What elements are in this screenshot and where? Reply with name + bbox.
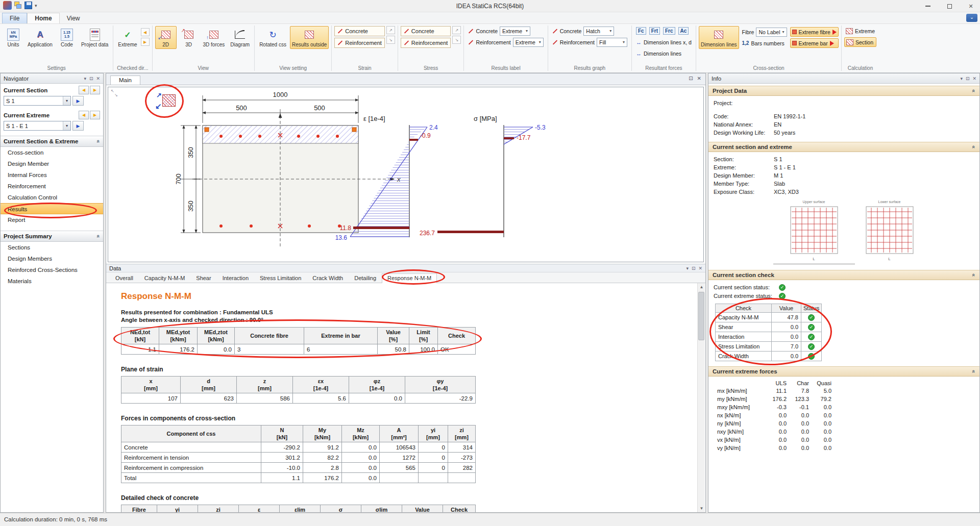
tab-capacity-nmm[interactable]: Capacity N-M-M <box>139 273 190 283</box>
extreme-combo-caret-icon[interactable]: ▾ <box>63 121 70 130</box>
view-3d-button[interactable]: ↗ 3D <box>178 26 200 49</box>
tab-stress-limitation[interactable]: Stress Limitation <box>254 273 307 283</box>
section-check-section-header[interactable]: Current section check « <box>708 270 979 280</box>
navigator-dropdown-icon[interactable]: ▾ <box>84 76 86 81</box>
expand-icon[interactable]: ↖↘ <box>111 89 120 98</box>
tab-response-nmm[interactable]: Response N-M-M <box>382 273 437 283</box>
table-row: nx [kN/m]0.00.00.0 <box>715 411 834 419</box>
scroll-up-icon[interactable]: ▲ <box>698 283 705 291</box>
results-graph-reinforcement-dropdown[interactable]: Fill▾ <box>597 38 627 47</box>
navigator-pin-icon[interactable]: ⊡ <box>89 76 93 81</box>
extreme-forces-section-header[interactable]: Current extreme forces « <box>708 366 979 377</box>
vertical-scrollbar[interactable]: ▲ ▼ <box>697 283 705 512</box>
ribbon-collapse-icon[interactable]: ⌄ <box>966 14 977 22</box>
sidebar-item-design-members[interactable]: Design Members <box>1 253 103 264</box>
strain-plus-icon[interactable]: ↗ <box>386 26 395 34</box>
stress-minus-icon[interactable]: ↘ <box>452 36 461 44</box>
code-button[interactable]: 1.151.5 Code <box>56 26 78 49</box>
main-close-icon[interactable]: ✕ <box>697 76 701 81</box>
extreme-prev-button[interactable]: ◀ <box>79 111 89 119</box>
sidebar-item-design-member[interactable]: Design Member <box>1 158 103 169</box>
fibre-dropdown[interactable]: No Label▾ <box>756 28 787 37</box>
current-section-section-header[interactable]: Current section and extreme « <box>708 142 979 152</box>
extreme-fibre-toggle[interactable]: Extreme fibre <box>790 27 839 37</box>
tab-detailing[interactable]: Detailing <box>349 273 382 283</box>
view-3d-forces-button[interactable]: ↑ 3D forces <box>201 26 227 49</box>
project-summary-header[interactable]: Project Summary « <box>1 231 103 242</box>
sidebar-item-calculation-control[interactable]: Calculation Control <box>1 192 103 203</box>
calculation-extreme-toggle[interactable]: Extreme <box>844 26 876 36</box>
sidebar-item-cross-section[interactable]: Cross-section <box>1 147 103 158</box>
fc-chip[interactable]: Fc <box>636 27 646 35</box>
info-pin-icon[interactable]: ⊡ <box>966 76 970 81</box>
sidebar-item-report[interactable]: Report <box>1 214 103 226</box>
stress-concrete-button[interactable]: Concrete <box>401 26 451 36</box>
strain-reinforcement-button[interactable]: Reinforcement <box>334 38 385 48</box>
stress-reinforcement-button[interactable]: Reinforcement <box>401 38 451 48</box>
ac-chip[interactable]: Ac <box>678 27 689 35</box>
tab-overall[interactable]: Overall <box>110 273 139 283</box>
section-extreme-header[interactable]: Current Section & Extreme « <box>1 136 103 147</box>
results-outside-button[interactable]: Results outside <box>290 26 329 49</box>
section-next-button[interactable]: ▶ <box>90 86 100 94</box>
maximize-button[interactable] <box>942 2 957 11</box>
main-pin-icon[interactable]: ⊡ <box>689 76 693 81</box>
drawing-canvas[interactable]: ↖↘ ↙ ↗ <box>108 87 704 262</box>
extreme-next-button[interactable]: ▶ <box>90 111 100 119</box>
tab-crack-width[interactable]: Crack Width <box>307 273 349 283</box>
sidebar-item-materials[interactable]: Materials <box>1 275 103 287</box>
tab-interaction[interactable]: Interaction <box>217 273 254 283</box>
navigator-close-icon[interactable]: ✕ <box>96 76 100 81</box>
application-button[interactable]: A Application <box>26 26 55 49</box>
sidebar-item-results[interactable]: Results <box>1 203 103 214</box>
data-dropdown-icon[interactable]: ▾ <box>686 266 689 271</box>
sidebar-item-internal-forces[interactable]: Internal Forces <box>1 169 103 181</box>
tab-home[interactable]: Home <box>27 13 59 23</box>
info-dropdown-icon[interactable]: ▾ <box>960 76 963 81</box>
tab-shear[interactable]: Shear <box>190 273 216 283</box>
current-section-combo[interactable]: S 1 ▾ <box>4 96 71 106</box>
checked-dir-prev-icon[interactable]: ◀ <box>141 28 150 36</box>
scrollbar-thumb[interactable] <box>698 292 704 340</box>
frc-chip[interactable]: Frc <box>663 27 675 35</box>
extreme-goto-button[interactable]: ▶ <box>72 121 84 131</box>
tab-main[interactable]: Main <box>110 76 140 85</box>
view-diagram-button[interactable]: Diagram <box>228 26 252 49</box>
extreme-bar-toggle[interactable]: Extreme bar <box>790 38 839 48</box>
stress-plus-icon[interactable]: ↗ <box>452 26 461 34</box>
section-prev-button[interactable]: ◀ <box>79 86 89 94</box>
close-button[interactable]: ✕ <box>964 2 978 11</box>
data-close-icon[interactable]: ✕ <box>698 266 702 271</box>
rotated-css-preview-icon[interactable]: ↙ ↗ <box>155 91 178 115</box>
results-label-concrete-dropdown[interactable]: Extreme▾ <box>500 27 530 36</box>
view-2d-button[interactable]: ↙ 2D <box>155 26 177 49</box>
dimension-lines-xd-toggle[interactable]: ↔ Dimension lines x, d <box>634 37 693 47</box>
sidebar-item-reinforcement[interactable]: Reinforcement <box>1 181 103 192</box>
current-extreme-combo[interactable]: S 1 - E 1 ▾ <box>4 121 71 131</box>
rotated-css-button[interactable]: ↻ Rotated css <box>257 26 288 49</box>
results-graph-concrete-dropdown[interactable]: Hatch▾ <box>583 27 614 36</box>
sidebar-item-sections[interactable]: Sections <box>1 242 103 253</box>
calculation-section-toggle[interactable]: Section <box>844 37 876 47</box>
info-close-icon[interactable]: ✕ <box>972 76 976 81</box>
frt-chip[interactable]: Frt <box>649 27 660 35</box>
bars-numbers-toggle[interactable]: 1,2 Bars numbers <box>741 38 789 48</box>
strain-concrete-button[interactable]: Concrete <box>334 26 385 36</box>
results-label-reinforcement-dropdown[interactable]: Extreme▾ <box>513 38 544 47</box>
strain-minus-icon[interactable]: ↘ <box>386 36 395 44</box>
extreme-checked-dir-button[interactable]: ✓ Extreme <box>116 26 139 49</box>
project-data-section-header[interactable]: Project Data « <box>708 86 979 96</box>
data-pin-icon[interactable]: ⊡ <box>692 266 696 271</box>
cs-dimension-lines-button[interactable]: Dimension lines <box>699 26 739 49</box>
units-button[interactable]: kNMPa Units <box>3 26 24 49</box>
checked-dir-next-icon[interactable]: ▶ <box>141 38 150 46</box>
section-combo-caret-icon[interactable]: ▾ <box>63 96 70 105</box>
scroll-down-icon[interactable]: ▼ <box>698 505 705 512</box>
project-data-button[interactable]: Project data <box>79 26 110 49</box>
tab-view[interactable]: View <box>60 13 87 23</box>
section-goto-button[interactable]: ▶ <box>72 96 84 106</box>
dimension-lines-toggle[interactable]: ↔ Dimension lines <box>634 48 693 58</box>
sidebar-item-reinforced-cross-sections[interactable]: Reinforced Cross-Sections <box>1 264 103 275</box>
minimize-button[interactable] <box>921 2 935 11</box>
tab-file[interactable]: File <box>2 13 27 23</box>
